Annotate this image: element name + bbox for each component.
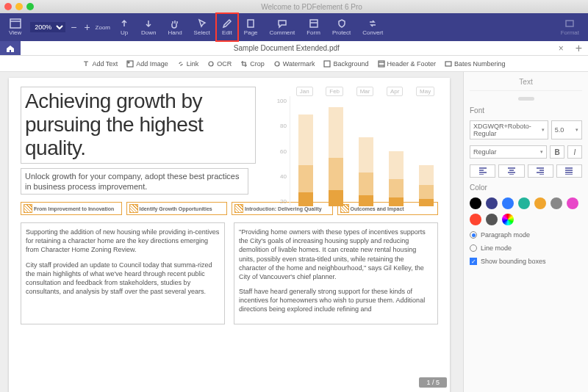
close-window-button[interactable]: [4, 3, 12, 10]
minimize-window-button[interactable]: [15, 3, 23, 10]
add-tab-button[interactable]: +: [570, 42, 588, 55]
chart-bar: [359, 137, 373, 206]
home-tab[interactable]: [0, 41, 21, 55]
chart-bar: [329, 107, 343, 206]
bates-numbering-button[interactable]: Bates Numbering: [445, 60, 506, 68]
close-tab-button[interactable]: ×: [553, 43, 570, 54]
svg-point-8: [209, 62, 213, 66]
zoom-in-button[interactable]: +: [82, 21, 92, 33]
color-swatch[interactable]: [502, 197, 514, 209]
window-titlebar: Welcome to PDFelement 6 Pro: [0, 0, 588, 13]
color-section-label: Color: [470, 184, 582, 192]
chart-month-label: Feb: [326, 87, 343, 96]
chart-month-label: Mar: [356, 87, 374, 96]
font-family-select[interactable]: XDGWQR+Roboto-Regular: [470, 120, 548, 139]
protect-button[interactable]: Protect: [326, 13, 356, 41]
section-tab[interactable]: From Improvement to Innovation: [21, 202, 122, 215]
color-swatch[interactable]: [518, 197, 530, 209]
subhead-text-box[interactable]: Unlock growth for your company, adopt th…: [21, 168, 248, 195]
column-1[interactable]: Supporting the addition of new housing w…: [21, 222, 225, 324]
color-swatch[interactable]: [470, 197, 481, 209]
document-tab[interactable]: Sample Document Extended.pdf: [21, 44, 553, 52]
chart-month-label: Jan: [296, 87, 313, 96]
chart-bar: [419, 165, 434, 206]
align-left-button[interactable]: [470, 164, 495, 178]
checkbox-icon: ✓: [470, 258, 477, 265]
svg-rect-11: [379, 61, 384, 67]
page-indicator: 1 / 5: [419, 377, 447, 388]
align-right-button[interactable]: [528, 164, 553, 178]
view-button[interactable]: View: [3, 13, 27, 41]
select-button[interactable]: Select: [188, 13, 216, 41]
svg-rect-10: [324, 61, 330, 67]
zoom-group: 200% − + Zoom: [27, 13, 113, 41]
window-title: Welcome to PDFelement 6 Pro: [40, 3, 584, 11]
svg-rect-3: [310, 20, 318, 27]
document-canvas[interactable]: Achieving growth by pursuing the highest…: [0, 72, 463, 392]
font-section-label: Font: [470, 106, 582, 115]
paragraph-mode-radio[interactable]: Paragraph mode: [470, 231, 582, 239]
line-mode-radio[interactable]: Line mode: [470, 244, 582, 252]
chart-month-label: May: [416, 87, 434, 96]
chart-bar: [298, 115, 313, 206]
heading-text-box[interactable]: Achieving growth by pursuing the highest…: [21, 87, 256, 164]
background-button[interactable]: Background: [323, 60, 368, 68]
form-button[interactable]: Form: [301, 13, 326, 41]
color-swatches: [470, 197, 582, 225]
fullscreen-window-button[interactable]: [26, 3, 34, 10]
tab-bar: Sample Document Extended.pdf × +: [0, 41, 588, 56]
svg-rect-2: [248, 20, 254, 27]
bold-button[interactable]: B: [550, 145, 564, 159]
color-swatch[interactable]: [534, 197, 546, 209]
chart-month-label: Apr: [387, 87, 403, 96]
color-swatch[interactable]: [470, 214, 481, 225]
zoom-out-button[interactable]: −: [68, 21, 79, 33]
pdf-page: Achieving growth by pursuing the highest…: [9, 78, 450, 392]
main-toolbar: View 200% − + Zoom Up Down Hand Select E…: [0, 13, 588, 41]
link-button[interactable]: Link: [177, 60, 199, 68]
inspector-panel: Text Font XDGWQR+Roboto-Regular 5.0 Regu…: [463, 72, 588, 392]
watermark-button[interactable]: Watermark: [273, 60, 315, 68]
convert-button[interactable]: Convert: [356, 13, 389, 41]
inspector-title: Text: [470, 78, 582, 91]
font-style-select[interactable]: Regular: [470, 145, 547, 159]
color-swatch[interactable]: [486, 214, 498, 225]
format-button[interactable]: Format: [555, 13, 585, 41]
inspector-handle[interactable]: [518, 97, 534, 101]
align-justify-button[interactable]: [556, 164, 582, 178]
radio-icon: [470, 231, 477, 239]
page-button[interactable]: Page: [238, 13, 264, 41]
color-swatch[interactable]: [486, 197, 498, 209]
add-image-button[interactable]: Add Image: [126, 60, 168, 68]
header-footer-button[interactable]: Header & Footer: [378, 60, 437, 68]
color-picker-swatch[interactable]: [502, 214, 514, 225]
hand-button[interactable]: Hand: [162, 13, 187, 41]
svg-rect-14: [445, 62, 451, 66]
zoom-label: Zoom: [96, 23, 110, 32]
crop-button[interactable]: Crop: [240, 60, 265, 68]
zoom-select[interactable]: 200%: [30, 22, 65, 32]
italic-button[interactable]: I: [567, 145, 582, 159]
add-text-button[interactable]: Add Text: [82, 60, 118, 68]
show-bounding-boxes-checkbox[interactable]: ✓Show bounding boxes: [470, 258, 582, 265]
up-button[interactable]: Up: [113, 13, 135, 41]
column-2[interactable]: "Providing home owners with these types …: [234, 222, 438, 324]
comment-button[interactable]: Comment: [264, 13, 301, 41]
bar-chart: JanFebMarAprMay 10080604020: [272, 87, 441, 219]
down-button[interactable]: Down: [135, 13, 162, 41]
svg-point-9: [275, 62, 279, 66]
color-swatch[interactable]: [551, 197, 562, 209]
svg-point-7: [128, 62, 129, 63]
svg-rect-5: [566, 21, 573, 26]
edit-button[interactable]: Edit: [216, 13, 238, 41]
font-size-select[interactable]: 5.0: [551, 120, 582, 139]
ocr-button[interactable]: OCR: [207, 60, 232, 68]
svg-rect-0: [10, 19, 21, 28]
traffic-lights: [4, 3, 34, 10]
edit-subtoolbar: Add Text Add Image Link OCR Crop Waterma…: [0, 56, 588, 72]
radio-icon: [470, 244, 477, 252]
color-swatch[interactable]: [567, 197, 578, 209]
chart-bar: [389, 151, 404, 206]
align-center-button[interactable]: [498, 164, 524, 178]
section-tab[interactable]: Identify Growth Opportunities: [126, 202, 228, 215]
